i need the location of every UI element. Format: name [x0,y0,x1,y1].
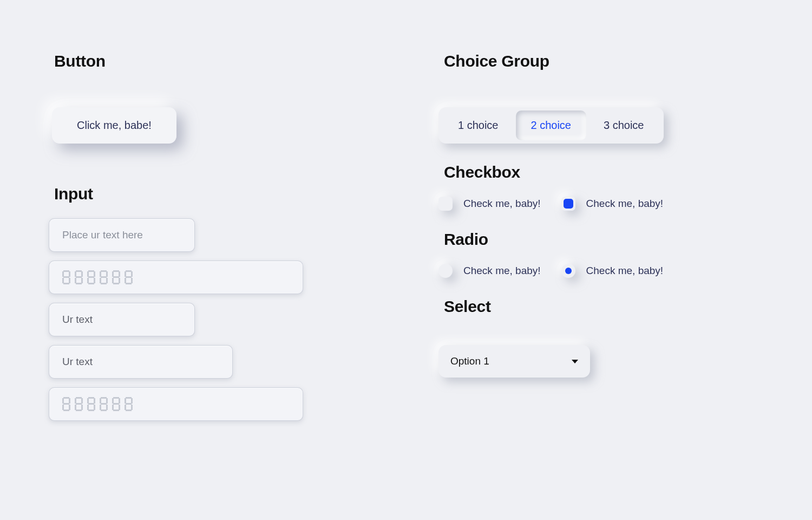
text-input-b[interactable]: Ur text [49,345,233,379]
digit-placeholder-icon [62,270,70,284]
digit-placeholder-icon [87,397,95,411]
choice-option-1[interactable]: 1 choice [443,110,514,140]
choice-option-2[interactable]: 2 choice [516,110,587,140]
digit-placeholder-icon [100,397,108,411]
digit-placeholder-icon [112,397,120,411]
choice-group-heading: Choice Group [444,52,763,70]
seven-segment-row [62,270,133,284]
select-dropdown[interactable]: Option 1 [438,345,590,378]
checkbox-1[interactable] [438,197,453,211]
checkbox-row: Check me, baby!Check me, baby! [438,197,763,211]
checkbox-label: Check me, baby! [463,198,541,210]
checkbox-check-icon [564,199,573,209]
choice-option-3[interactable]: 3 choice [588,110,659,140]
radio-2[interactable] [561,264,575,278]
radio-label: Check me, baby! [463,265,541,277]
input-heading: Input [54,185,374,203]
digit-placeholder-icon [62,397,70,411]
radio-heading: Radio [444,230,763,249]
digit-placeholder-icon [87,270,95,284]
radio-1[interactable] [438,264,453,278]
select-heading: Select [444,297,763,316]
placeholder-text: Place ur text here [62,229,143,241]
text-value-a: Ur text [62,314,93,326]
checkbox-heading: Checkbox [444,163,763,181]
choice-group: 1 choice2 choice3 choice [438,107,664,144]
digit-placeholder-icon [75,270,83,284]
digit-input-1[interactable] [49,261,303,294]
radio-label: Check me, baby! [586,265,664,277]
checkbox-2[interactable] [561,197,575,211]
chevron-down-icon [572,360,578,363]
digit-input-2[interactable] [49,387,303,421]
radio-dot-icon [565,268,572,274]
checkbox-label: Check me, baby! [586,198,664,210]
button-heading: Button [54,52,374,70]
text-input-a[interactable]: Ur text [49,303,195,336]
digit-placeholder-icon [125,270,133,284]
seven-segment-row [62,397,133,411]
digit-placeholder-icon [112,270,120,284]
primary-button[interactable]: Click me, babe! [52,107,176,144]
digit-placeholder-icon [125,397,133,411]
text-input-placeholder[interactable]: Place ur text here [49,218,195,252]
digit-placeholder-icon [75,397,83,411]
radio-row: Check me, baby!Check me, baby! [438,264,763,278]
digit-placeholder-icon [100,270,108,284]
text-value-b: Ur text [62,356,93,368]
select-value: Option 1 [450,355,489,367]
